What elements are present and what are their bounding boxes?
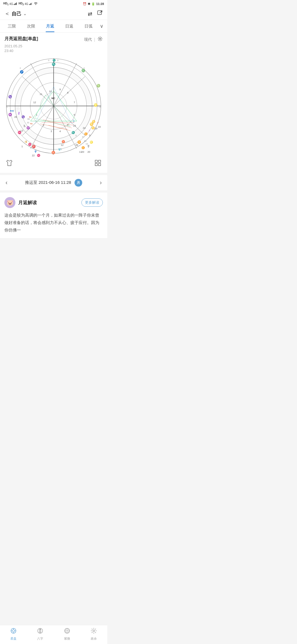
chart-header: 月亮返照盘[单盘] 现代 | bbox=[4, 36, 103, 43]
shirt-icon[interactable] bbox=[6, 159, 13, 168]
svg-text:0: 0 bbox=[6, 106, 7, 108]
svg-text:1: 1 bbox=[21, 145, 23, 148]
chart-settings-icon[interactable] bbox=[97, 36, 103, 43]
svg-text:12: 12 bbox=[61, 144, 64, 146]
svg-text:3: 3 bbox=[51, 130, 52, 133]
chart-bottom-icons bbox=[4, 157, 103, 171]
svg-text:20: 20 bbox=[87, 151, 90, 153]
status-bar: HD1 4G HD2 4G ⏰ ✱ 🔋 11:28 bbox=[0, 0, 107, 8]
svg-text:♊: ♊ bbox=[77, 140, 81, 144]
svg-rect-7 bbox=[32, 2, 32, 5]
header-right: ⇄ bbox=[88, 10, 103, 17]
network-hd2: HD2 bbox=[18, 2, 24, 6]
svg-text:0: 0 bbox=[53, 153, 54, 155]
nav-row: ‹ 推运至 2021-06-16 11:28 月 › bbox=[0, 175, 107, 190]
svg-text:♌: ♌ bbox=[94, 103, 98, 107]
chart-title: 月亮返照盘[单盘] bbox=[4, 36, 38, 42]
svg-text:♑: ♑ bbox=[8, 95, 12, 99]
tab-cixian[interactable]: 次限 bbox=[21, 20, 41, 32]
chart-time: 23:40 bbox=[4, 49, 103, 53]
svg-text:11: 11 bbox=[40, 93, 42, 95]
svg-text:♈: ♈ bbox=[32, 144, 36, 148]
svg-text:0: 0 bbox=[100, 106, 101, 108]
chart-mode-text[interactable]: 现代 bbox=[84, 37, 92, 42]
svg-text:♆: ♆ bbox=[34, 150, 37, 154]
wifi-icon bbox=[34, 2, 38, 6]
svg-text:♄: ♄ bbox=[23, 124, 26, 128]
divider: | bbox=[94, 37, 95, 42]
svg-text:31: 31 bbox=[27, 121, 29, 124]
transfer-icon[interactable]: ⇄ bbox=[88, 10, 92, 17]
share-icon[interactable] bbox=[97, 10, 103, 17]
svg-text:♃: ♃ bbox=[24, 140, 28, 144]
svg-text:♀: ♀ bbox=[88, 129, 91, 132]
nav-badge: 月 bbox=[75, 179, 82, 187]
svg-text:♐: ♐ bbox=[20, 70, 24, 74]
svg-text:♒: ♒ bbox=[26, 126, 30, 130]
svg-text:⚷: ⚷ bbox=[18, 111, 20, 115]
chart-date: 2021.05.25 bbox=[4, 44, 103, 48]
svg-text:4: 4 bbox=[59, 130, 61, 133]
svg-text:13: 13 bbox=[20, 129, 23, 132]
svg-text:Rx: Rx bbox=[30, 123, 33, 125]
svg-text:♒: ♒ bbox=[8, 113, 12, 116]
tab-yuefan[interactable]: 月返 bbox=[41, 20, 60, 32]
status-left: HD1 4G HD2 4G bbox=[3, 2, 38, 6]
svg-rect-8 bbox=[98, 11, 101, 15]
back-button[interactable]: ＜ bbox=[4, 10, 10, 17]
svg-rect-6 bbox=[31, 3, 31, 5]
svg-text:7: 7 bbox=[74, 101, 75, 104]
svg-text:26: 26 bbox=[14, 116, 17, 118]
svg-rect-4 bbox=[29, 4, 30, 5]
tab-sanlian[interactable]: 三限 bbox=[2, 20, 21, 32]
alarm-icon: ⏰ bbox=[83, 2, 87, 6]
reading-header-left: 🐷 月返解读 bbox=[4, 197, 37, 208]
reading-title: 月返解读 bbox=[18, 200, 37, 206]
signal-4g-2: 4G bbox=[25, 2, 28, 6]
svg-text:6: 6 bbox=[74, 113, 75, 116]
svg-rect-2 bbox=[15, 3, 16, 5]
astrology-wheel: MC ♏ 0 0 10 11 12 1 2 3 4 5 6 bbox=[4, 55, 103, 157]
more-reading-button[interactable]: 更多解读 bbox=[81, 198, 103, 207]
svg-text:39: 39 bbox=[75, 144, 78, 146]
reading-section: 🐷 月返解读 更多解读 这会是较为高调的一个月，如果过去的一阵子你未曾做好准备的… bbox=[0, 193, 107, 238]
svg-text:♓: ♓ bbox=[37, 154, 40, 157]
signal-bars-2 bbox=[29, 2, 33, 6]
chevron-down-icon[interactable]: ⌄ bbox=[23, 11, 27, 16]
svg-text:23: 23 bbox=[73, 124, 76, 127]
status-right: ⏰ ✱ 🔋 11:28 bbox=[83, 2, 104, 6]
svg-point-9 bbox=[100, 38, 101, 39]
svg-text:♂: ♂ bbox=[97, 121, 99, 125]
svg-rect-121 bbox=[95, 163, 97, 166]
prev-button[interactable]: ‹ bbox=[6, 179, 7, 186]
svg-text:19: 19 bbox=[98, 125, 101, 128]
svg-text:♉: ♉ bbox=[62, 140, 65, 143]
svg-text:0: 0 bbox=[57, 59, 59, 62]
next-button[interactable]: › bbox=[100, 179, 102, 186]
tab-rifan[interactable]: 日返 bbox=[60, 20, 79, 32]
svg-rect-3 bbox=[16, 2, 17, 5]
tabs-bar: 三限 次限 月返 日返 日弧 ∨ bbox=[0, 20, 107, 33]
svg-text:Rx: Rx bbox=[84, 140, 87, 142]
svg-text:♎: ♎ bbox=[81, 69, 85, 72]
svg-text:0: 0 bbox=[89, 134, 90, 137]
battery-icon: 🔋 bbox=[91, 2, 95, 6]
svg-rect-5 bbox=[30, 4, 31, 5]
grid-icon[interactable] bbox=[94, 159, 102, 168]
svg-text:19: 19 bbox=[95, 127, 97, 130]
header: ＜ 自己 ⌄ ⇄ bbox=[0, 8, 107, 20]
svg-text:♌: ♌ bbox=[90, 140, 93, 144]
svg-rect-0 bbox=[14, 4, 14, 5]
svg-text:37: 37 bbox=[82, 136, 84, 138]
svg-text:Rx: Rx bbox=[29, 116, 32, 118]
svg-rect-1 bbox=[15, 4, 15, 5]
svg-text:0: 0 bbox=[20, 67, 21, 69]
tabs-more-icon[interactable]: ∨ bbox=[98, 20, 105, 32]
tab-rihu[interactable]: 日弧 bbox=[79, 20, 98, 32]
nav-text: 推运至 2021-06-16 11:28 月 bbox=[25, 179, 82, 187]
svg-rect-122 bbox=[98, 163, 101, 166]
svg-text:12: 12 bbox=[33, 101, 36, 104]
time-display: 11:28 bbox=[96, 2, 104, 6]
svg-text:9: 9 bbox=[59, 88, 61, 91]
svg-text:24: 24 bbox=[83, 127, 86, 129]
